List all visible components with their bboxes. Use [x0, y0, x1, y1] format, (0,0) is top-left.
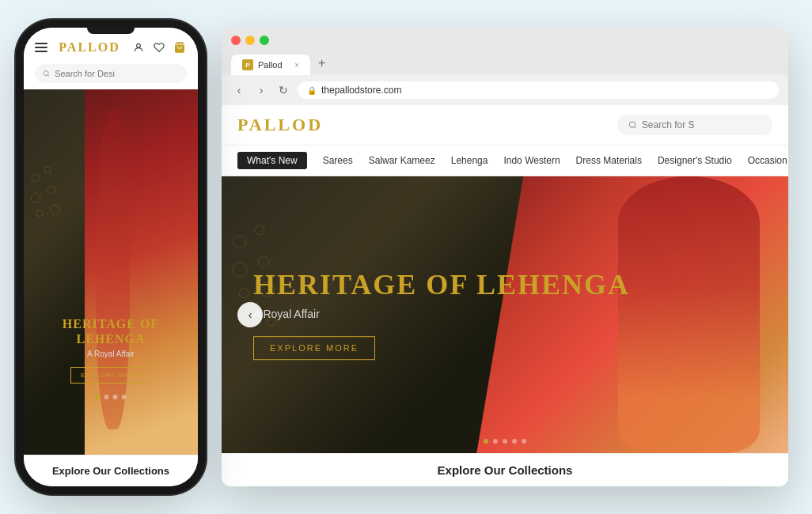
forward-button[interactable]: › [253, 82, 269, 98]
hamburger-icon[interactable] [35, 43, 47, 52]
nav-dress-materials[interactable]: Dress Materials [576, 153, 642, 168]
url-bar[interactable]: 🔒 thepallodstore.com [298, 81, 779, 99]
secure-lock-icon: 🔒 [307, 86, 317, 95]
site-dot-1[interactable] [484, 439, 488, 444]
site-carousel-dots [484, 439, 526, 444]
phone-notch [87, 28, 135, 34]
svg-point-10 [233, 236, 246, 248]
phone-hero-content: HERITAGE OF LEHENGA A Royal Affair EXPLO… [32, 316, 190, 384]
carousel-dot-1[interactable] [96, 395, 101, 399]
phone-icons [131, 40, 187, 55]
nav-whats-new[interactable]: What's New [237, 152, 307, 169]
site-search-bar[interactable] [617, 115, 772, 135]
phone-search-bar[interactable] [35, 64, 187, 83]
svg-point-3 [32, 174, 40, 182]
refresh-button[interactable]: ↻ [275, 82, 291, 98]
carousel-dot-4[interactable] [122, 395, 127, 399]
nav-occasion[interactable]: Occasion [748, 153, 787, 168]
wishlist-icon[interactable] [152, 40, 166, 55]
account-icon[interactable] [131, 40, 146, 55]
svg-point-4 [44, 167, 51, 173]
phone-carousel-dots [96, 395, 127, 399]
site-hero-title: HERITAGE OF LEHENGA [253, 270, 630, 301]
active-tab[interactable]: P Pallod × [231, 55, 310, 75]
svg-point-0 [137, 43, 141, 47]
site-explore-button[interactable]: EXPLORE MORE [253, 336, 375, 360]
browser-traffic-lights [231, 36, 779, 45]
tab-favicon: P [242, 59, 253, 70]
phone-search-input[interactable] [55, 69, 179, 78]
maximize-traffic-dot[interactable] [260, 36, 269, 45]
site-hero-content: HERITAGE OF LEHENGA A Royal Affair EXPLO… [253, 270, 630, 360]
site-search-input[interactable] [642, 119, 761, 130]
nav-salwar-kameez[interactable]: Salwar Kameez [369, 153, 435, 168]
carousel-prev-button[interactable]: ‹ [237, 302, 263, 327]
svg-point-6 [47, 186, 55, 194]
site-navigation: What's New Sarees Salwar Kameez Lehenga … [222, 146, 788, 176]
svg-point-2 [44, 71, 48, 76]
site-dot-3[interactable] [503, 439, 507, 444]
svg-point-8 [51, 205, 60, 214]
browser-chrome: P Pallod × + [222, 28, 788, 75]
site-hero-bg: HERITAGE OF LEHENGA A Royal Affair EXPLO… [222, 176, 788, 453]
cart-icon[interactable] [173, 40, 187, 55]
phone-hero: HERITAGE OF LEHENGA A Royal Affair EXPLO… [24, 89, 198, 455]
phone-logo: PALLOD [59, 40, 120, 55]
site-dot-4[interactable] [512, 439, 517, 444]
svg-point-9 [629, 122, 635, 127]
close-traffic-dot[interactable] [231, 36, 241, 45]
browser-tabs: P Pallod × + [231, 51, 779, 75]
scene: PALLOD [0, 0, 812, 514]
nav-designers-studio[interactable]: Designer's Studio [658, 153, 732, 168]
desktop-browser-mockup: P Pallod × + ‹ › ↻ 🔒 thepallodstore.com [222, 28, 788, 486]
phone-hero-title: HERITAGE OF LEHENGA [32, 316, 190, 346]
site-header: PALLOD [222, 105, 788, 146]
nav-indo-western[interactable]: Indo Western [503, 153, 560, 168]
floral-decoration [28, 162, 67, 241]
phone-footer: Explore Our Collections [24, 455, 198, 486]
phone-hero-bg: HERITAGE OF LEHENGA A Royal Affair EXPLO… [24, 89, 198, 455]
svg-point-7 [36, 210, 43, 217]
svg-point-12 [233, 263, 247, 277]
site-footer-text: Explore Our Collections [222, 453, 788, 486]
tab-close-button[interactable]: × [294, 61, 299, 70]
browser-address-bar: ‹ › ↻ 🔒 thepallodstore.com [222, 75, 788, 105]
site-hero: HERITAGE OF LEHENGA A Royal Affair EXPLO… [222, 176, 788, 453]
phone-frame: PALLOD [24, 28, 198, 486]
new-tab-button[interactable]: + [312, 51, 332, 75]
nav-lehenga[interactable]: Lehenga [451, 153, 488, 168]
svg-point-5 [31, 193, 40, 202]
back-button[interactable]: ‹ [231, 82, 247, 98]
tab-label: Pallod [258, 60, 283, 70]
phone-mockup: PALLOD [24, 28, 198, 486]
site-dot-2[interactable] [493, 439, 498, 444]
site-hero-subtitle: A Royal Affair [253, 308, 630, 320]
svg-point-11 [255, 225, 264, 235]
svg-point-14 [239, 289, 249, 298]
browser-frame: P Pallod × + ‹ › ↻ 🔒 thepallodstore.com [222, 28, 788, 486]
carousel-dot-3[interactable] [113, 395, 118, 399]
url-text: thepallodstore.com [321, 85, 401, 96]
site-logo: PALLOD [237, 115, 323, 135]
nav-sarees[interactable]: Sarees [323, 153, 353, 168]
carousel-dot-2[interactable] [104, 395, 109, 399]
site-women-figure [618, 176, 760, 453]
site-dot-5[interactable] [522, 439, 526, 444]
minimize-traffic-dot[interactable] [245, 36, 255, 45]
phone-hero-subtitle: A Royal Affair [32, 350, 190, 358]
phone-explore-button[interactable]: EXPLORE MORE [70, 367, 151, 384]
svg-point-13 [258, 256, 269, 267]
